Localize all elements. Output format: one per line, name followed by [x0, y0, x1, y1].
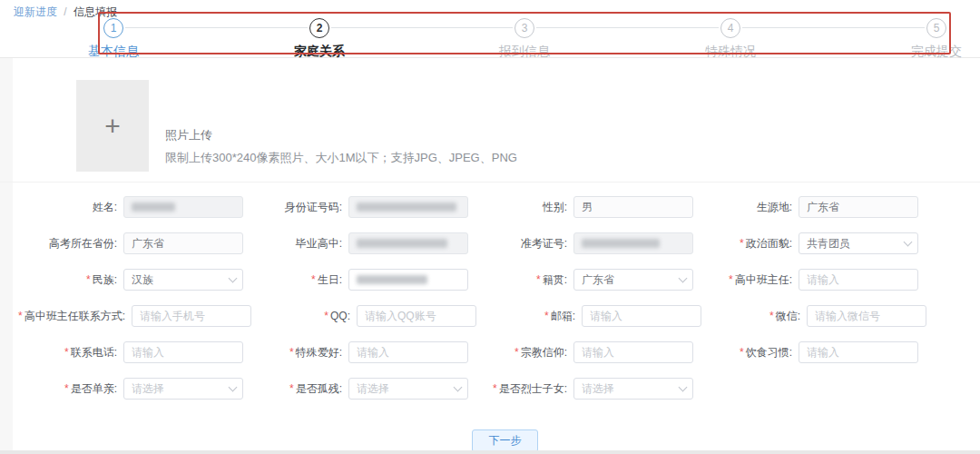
- input-field[interactable]: 广东省: [123, 232, 243, 254]
- select-field[interactable]: 请选择: [573, 378, 693, 400]
- field-label: *联系电话:: [18, 345, 123, 360]
- form-cell-政治面貌: *政治面貌:共青团员: [693, 225, 918, 262]
- step-4-label: 特殊情况: [676, 44, 785, 60]
- required-asterisk: *: [64, 346, 69, 359]
- required-asterisk: *: [289, 382, 294, 395]
- field-label: *高中班主任:: [693, 272, 799, 288]
- form-cell-是否单亲: *是否单亲:请选择: [18, 370, 243, 407]
- input-field[interactable]: 请输入: [582, 305, 701, 327]
- select-field[interactable]: 汉族: [123, 269, 243, 291]
- select-field[interactable]: 请选择: [123, 378, 243, 400]
- input-field[interactable]: 请输入: [123, 341, 243, 363]
- step-3-label: 报到信息: [470, 44, 579, 60]
- required-asterisk: *: [493, 382, 497, 395]
- field-label: 姓名:: [18, 200, 123, 215]
- field-value: 汉族: [132, 272, 153, 288]
- field-placeholder: 请输入QQ账号: [365, 309, 436, 324]
- field-placeholder: 请选择: [132, 381, 164, 397]
- field-label: *微信:: [701, 309, 807, 324]
- step-2-current[interactable]: 2家庭关系: [265, 18, 374, 60]
- select-field[interactable]: 请选择: [348, 378, 468, 400]
- form-cell-高中班主任: *高中班主任:请输入: [693, 262, 918, 298]
- photo-upload-dropzone[interactable]: +: [76, 80, 149, 172]
- chevron-down-icon: [229, 274, 238, 283]
- field-label: 毕业高中:: [243, 236, 348, 252]
- field-label: *是否烈士子女:: [468, 381, 573, 397]
- field-label: *宗教信仰:: [468, 345, 573, 360]
- field-value: 广东省: [132, 236, 164, 252]
- step-4-circle-icon: 4: [720, 18, 740, 38]
- input-field[interactable]: 请输入QQ账号: [357, 305, 476, 327]
- field-placeholder: 请输入: [807, 272, 839, 288]
- field-label: 性别:: [468, 200, 573, 215]
- field-placeholder: 请输入: [590, 309, 622, 324]
- redacted-value: [132, 202, 175, 212]
- form-cell-是否烈士子女: *是否烈士子女:请选择: [468, 370, 693, 407]
- field-label: *特殊爱好:: [243, 345, 348, 360]
- form-cell-姓名: 姓名:: [18, 189, 243, 225]
- form-cell-是否孤残: *是否孤残:请选择: [243, 370, 468, 407]
- field-value: 广东省: [582, 272, 614, 288]
- form-cell-邮箱: *邮箱:请输入: [476, 298, 701, 334]
- field-label: *是否孤残:: [243, 381, 348, 397]
- required-asterisk: *: [324, 310, 328, 322]
- required-asterisk: *: [544, 310, 549, 322]
- field-label: *是否单亲:: [18, 381, 123, 397]
- select-field[interactable]: 共青团员: [799, 232, 918, 254]
- next-step-button[interactable]: 下一步: [472, 429, 538, 452]
- chevron-down-icon: [229, 383, 238, 392]
- form-cell-宗教信仰: *宗教信仰:请输入: [468, 334, 693, 370]
- input-field[interactable]: 请输入: [348, 341, 468, 363]
- field-value: 共青团员: [807, 236, 850, 252]
- required-asterisk: *: [740, 346, 744, 359]
- step-2-circle-icon: 2: [309, 18, 329, 38]
- form-cell-高中班主任联系方式: *高中班主任联系方式:请输入手机号: [18, 298, 251, 334]
- step-5-circle-icon: 5: [926, 18, 946, 38]
- step-5-pending[interactable]: 5完成提交: [882, 18, 980, 60]
- form-cell-性别: 性别:男: [468, 189, 693, 225]
- input-field[interactable]: 男: [573, 196, 693, 218]
- form-row-1: 姓名:身份证号码:性别:男生源地:广东省: [18, 189, 926, 225]
- required-asterisk: *: [64, 382, 69, 395]
- field-label: *邮箱:: [476, 309, 582, 324]
- redacted-value: [357, 275, 427, 284]
- input-field[interactable]: 请输入手机号: [132, 305, 251, 327]
- input-field[interactable]: 请输入: [799, 269, 918, 291]
- field-placeholder: 请输入: [582, 345, 614, 360]
- plus-icon: +: [104, 113, 121, 140]
- step-3-pending[interactable]: 3报到信息: [470, 18, 579, 60]
- chevron-down-icon: [904, 238, 913, 247]
- form-cell-饮食习惯: *饮食习惯:请输入: [693, 334, 918, 370]
- form-cell-高考所在省份: 高考所在省份:广东省: [18, 225, 243, 262]
- form-cell-QQ: *QQ:请输入QQ账号: [251, 298, 476, 334]
- readonly-field[interactable]: [348, 269, 468, 291]
- step-1-done[interactable]: 1基本信息: [59, 18, 168, 60]
- page: 迎新进度 / 信息填报 1基本信息2家庭关系3报到信息4特殊情况5完成提交 + …: [0, 0, 980, 454]
- input-field[interactable]: 请输入: [573, 341, 693, 363]
- required-asterisk: *: [289, 346, 294, 359]
- step-4-pending[interactable]: 4特殊情况: [676, 18, 785, 60]
- readonly-field[interactable]: [348, 232, 468, 254]
- required-asterisk: *: [86, 273, 91, 286]
- input-field[interactable]: 请输入微信号: [807, 305, 926, 327]
- field-label: *民族:: [18, 272, 123, 288]
- field-value: 男: [582, 200, 593, 215]
- upload-hint: 限制上传300*240像素照片、大小1M以下；支持JPG、JPEG、PNG: [165, 150, 517, 166]
- form-cell-联系电话: *联系电话:请输入: [18, 334, 243, 370]
- select-field[interactable]: 广东省: [573, 269, 693, 291]
- readonly-field[interactable]: [348, 196, 468, 218]
- form-cell-毕业高中: 毕业高中:: [243, 225, 468, 262]
- form-row-4: *高中班主任联系方式:请输入手机号*QQ:请输入QQ账号*邮箱:请输入*微信:请…: [18, 298, 926, 334]
- form-cell-准考证号: 准考证号:: [468, 225, 693, 262]
- readonly-field[interactable]: [123, 196, 243, 218]
- bottom-strip: [0, 450, 980, 454]
- input-field[interactable]: 请输入: [799, 341, 918, 363]
- field-label: *生日:: [243, 272, 348, 288]
- readonly-field[interactable]: [573, 232, 693, 254]
- required-asterisk: *: [729, 273, 733, 286]
- input-field[interactable]: 广东省: [799, 196, 918, 218]
- field-placeholder: 请选择: [582, 381, 614, 397]
- field-label: *饮食习惯:: [693, 345, 799, 360]
- steps-wizard: 1基本信息2家庭关系3报到信息4特殊情况5完成提交: [0, 0, 980, 56]
- field-label: 身份证号码:: [243, 200, 348, 215]
